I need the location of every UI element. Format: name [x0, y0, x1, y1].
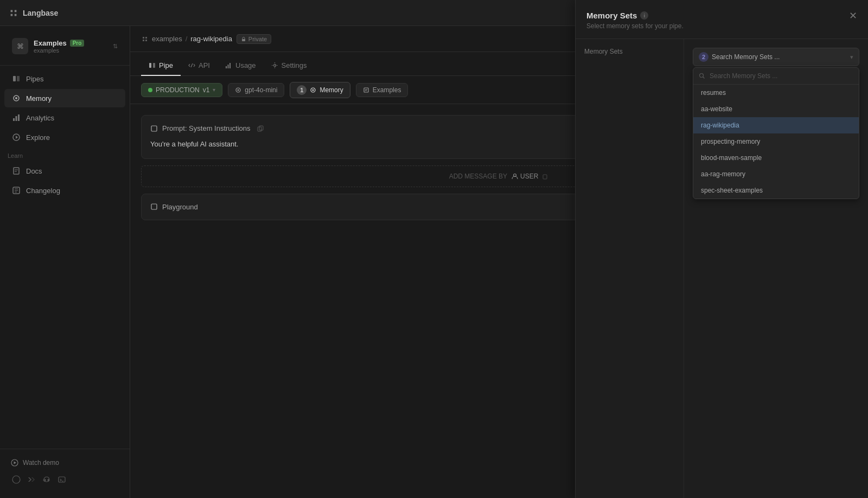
- discord-icon[interactable]: [42, 475, 51, 484]
- svg-rect-5: [16, 116, 17, 121]
- sidebar-item-changelog[interactable]: Changelog: [4, 181, 125, 200]
- pipe-tab-icon: [149, 62, 156, 69]
- list-item[interactable]: spec-sheet-examples: [693, 182, 859, 199]
- learn-section-label: Learn: [0, 147, 130, 161]
- breadcrumb: examples / rag-wikipedia: [141, 35, 232, 43]
- pipes-icon: [12, 74, 21, 83]
- sidebar-item-explore-label: Explore: [26, 133, 50, 142]
- sidebar-item-changelog-label: Changelog: [26, 187, 60, 195]
- production-env-badge[interactable]: PRODUCTION v1 ▾: [141, 83, 222, 97]
- workspace-switcher[interactable]: ⌘ Examples Pro examples ⇅: [4, 33, 125, 60]
- examples-icon: [363, 87, 369, 93]
- prompt-title: Prompt: System Instructions: [162, 124, 251, 132]
- tab-settings-label: Settings: [282, 61, 307, 69]
- svg-point-3: [15, 97, 17, 99]
- watch-demo-label: Watch demo: [23, 459, 59, 467]
- memory-sets-dropdown[interactable]: 2 Search Memory Sets ... ▾: [693, 48, 859, 66]
- svg-marker-17: [14, 462, 17, 464]
- breadcrumb-icon: [141, 35, 149, 43]
- workspace-sub: examples: [34, 47, 107, 54]
- tab-settings[interactable]: Settings: [264, 56, 315, 76]
- workspace-icon: ⌘: [12, 38, 28, 54]
- dropdown-chevron-icon: ▾: [850, 54, 853, 61]
- sidebar-item-memory[interactable]: Memory: [4, 89, 125, 107]
- github-icon[interactable]: [12, 475, 21, 484]
- dropdown-search: [693, 68, 859, 85]
- add-message-label: ADD MESSAGE BY: [449, 173, 507, 180]
- production-version: v1: [203, 86, 210, 94]
- svg-rect-43: [151, 204, 157, 209]
- main-layout: ⌘ Examples Pro examples ⇅ Pipes Memory A…: [0, 26, 868, 498]
- pipeline-model-label: gpt-4o-mini: [245, 86, 277, 94]
- breadcrumb-separator: /: [186, 35, 188, 43]
- overlay-body: Memory Sets 2 Search Memory Sets ... ▾ r…: [576, 39, 868, 498]
- user-label: USER: [520, 173, 538, 180]
- pipeline-model-item[interactable]: gpt-4o-mini: [228, 83, 284, 97]
- svg-rect-4: [13, 118, 15, 121]
- list-item[interactable]: resumes: [693, 85, 859, 101]
- sidebar-item-docs[interactable]: Docs: [4, 162, 125, 180]
- svg-rect-35: [364, 88, 368, 92]
- sidebar-item-explore[interactable]: Explore: [4, 128, 125, 146]
- production-label: PRODUCTION: [156, 86, 200, 94]
- svg-rect-38: [151, 126, 157, 131]
- svg-point-34: [312, 89, 314, 91]
- pipeline-examples-item[interactable]: Examples: [356, 83, 409, 97]
- svg-rect-1: [17, 76, 20, 81]
- svg-marker-8: [16, 136, 18, 139]
- overlay-subtitle: Select memory sets for your pipe.: [586, 26, 684, 30]
- api-tab-icon: [188, 62, 195, 69]
- breadcrumb-project[interactable]: rag-wikipedia: [190, 35, 232, 43]
- twitter-icon[interactable]: [27, 475, 36, 484]
- list-item[interactable]: blood-maven-sample: [693, 150, 859, 166]
- user-badge: USER: [512, 173, 538, 180]
- tab-api-label: API: [199, 61, 210, 69]
- breadcrumb-workspace[interactable]: examples: [152, 35, 182, 43]
- svg-rect-42: [543, 175, 547, 179]
- tab-pipe[interactable]: Pipe: [141, 56, 181, 76]
- svg-rect-9: [14, 168, 19, 174]
- overlay-header: Memory Sets i Select memory sets for you…: [576, 26, 868, 39]
- sidebar-item-pipes[interactable]: Pipes: [4, 69, 125, 88]
- memory-sets-panel: Memory Sets i Select memory sets for you…: [575, 26, 868, 498]
- playground-label: Playground: [162, 203, 198, 211]
- copy-icon[interactable]: [257, 125, 264, 132]
- search-input[interactable]: [710, 72, 853, 80]
- terminal-icon[interactable]: [58, 475, 66, 484]
- svg-rect-24: [149, 63, 151, 68]
- svg-point-32: [238, 89, 239, 91]
- lock-icon: [241, 36, 246, 42]
- workspace-info: Examples Pro examples: [34, 39, 107, 54]
- model-icon: [235, 87, 241, 93]
- list-item[interactable]: aa-website: [693, 101, 859, 117]
- pipeline-memory-item[interactable]: 1 Memory: [290, 82, 350, 98]
- tab-usage[interactable]: Usage: [218, 56, 264, 76]
- svg-point-18: [12, 476, 20, 483]
- svg-rect-6: [18, 114, 20, 121]
- play-icon: [11, 459, 18, 467]
- svg-line-26: [191, 63, 193, 67]
- pipeline-step-number: 1: [297, 85, 307, 95]
- list-item[interactable]: aa-rag-memory: [693, 166, 859, 182]
- sidebar-item-analytics[interactable]: Analytics: [4, 108, 125, 127]
- explore-icon: [12, 133, 21, 142]
- list-item[interactable]: rag-wikipedia: [693, 117, 859, 133]
- logo[interactable]: Langbase: [9, 8, 58, 18]
- watch-demo-button[interactable]: Watch demo: [4, 455, 125, 471]
- svg-rect-0: [13, 76, 16, 81]
- dropdown-menu: resumes aa-website rag-wikipedia prospec…: [693, 67, 859, 199]
- logo-text: Langbase: [23, 9, 58, 17]
- step-badge: 2: [699, 52, 709, 62]
- memory-pipeline-icon: [310, 87, 316, 93]
- pipeline-examples-label: Examples: [373, 86, 401, 94]
- svg-rect-23: [242, 39, 245, 41]
- overlay-left-title: Memory Sets: [584, 48, 675, 55]
- tab-api[interactable]: API: [181, 56, 218, 76]
- list-item[interactable]: prospecting-memory: [693, 133, 859, 150]
- sidebar-item-docs-label: Docs: [26, 167, 42, 175]
- logo-icon: [9, 8, 18, 18]
- dropdown-label: Search Memory Sets ...: [712, 53, 847, 61]
- playground-icon: [150, 203, 158, 210]
- sidebar-bottom: Watch demo: [0, 449, 130, 494]
- overlay-right-panel: 2 Search Memory Sets ... ▾ resumes aa-we…: [684, 39, 868, 498]
